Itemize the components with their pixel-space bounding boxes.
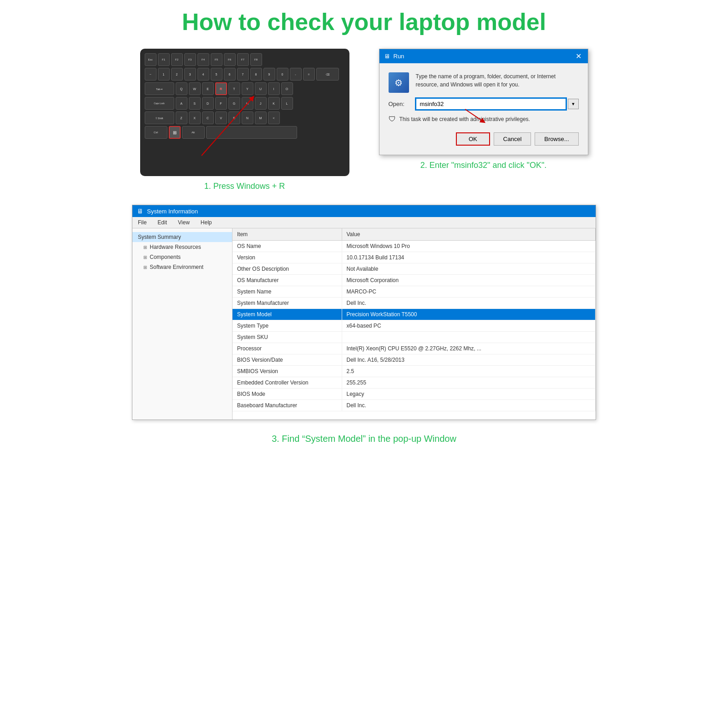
table-row: System SKU (233, 332, 596, 343)
table-row: System ManufacturerDell Inc. (233, 298, 596, 309)
sidebar-label-components: Components (150, 254, 181, 260)
menu-view[interactable]: View (176, 218, 192, 227)
cell-value: x64-based PC (342, 320, 596, 332)
cell-value: Dell Inc. (342, 298, 596, 309)
run-titlebar-left: 🖥 Run (384, 53, 404, 60)
run-input-wrap[interactable]: ▾ (416, 98, 579, 110)
table-row: Version10.0.17134 Build 17134 (233, 252, 596, 263)
run-close-button[interactable]: ✕ (574, 52, 583, 61)
sysinfo-window: 🖥 System Information File Edit View Help… (132, 205, 596, 420)
cell-value: Dell Inc. A16, 5/28/2013 (342, 354, 596, 366)
run-title-text: Run (394, 53, 404, 60)
table-row: Baseboard ManufacturerDell Inc. (233, 400, 596, 411)
run-title-icon: 🖥 (384, 53, 390, 60)
cell-item: Processor (233, 343, 342, 354)
sysinfo-sidebar: System Summary ⊞ Hardware Resources ⊞ Co… (132, 228, 233, 420)
cell-item: OS Manufacturer (233, 275, 342, 286)
cell-item: Version (233, 252, 342, 263)
keyboard-container: Esc F1 F2 F3 F4 F5 F6 F7 F8 ~ 1 2 3 4 (140, 49, 349, 176)
run-open-label: Open: (389, 101, 411, 107)
table-row: OS NameMicrosoft Windows 10 Pro (233, 241, 596, 252)
cell-value: Not Available (342, 263, 596, 275)
run-browse-button[interactable]: Browse... (535, 132, 578, 146)
cell-value: 10.0.17134 Build 17134 (342, 252, 596, 263)
table-row: Embedded Controller Version255.255 (233, 377, 596, 389)
run-ok-button[interactable]: OK (456, 132, 490, 146)
cell-item: BIOS Version/Date (233, 354, 342, 366)
sysinfo-table: Item Value OS NameMicrosoft Windows 10 P… (233, 228, 596, 411)
sidebar-item-hardware-resources[interactable]: ⊞ Hardware Resources (132, 242, 232, 252)
sidebar-label-software: Software Environment (150, 264, 203, 270)
cell-item: System Model (233, 309, 342, 320)
run-dropdown-button[interactable]: ▾ (568, 99, 579, 109)
cell-item: SMBIOS Version (233, 366, 342, 377)
menu-edit[interactable]: Edit (156, 218, 169, 227)
col-item: Item (233, 228, 342, 241)
step1-label: 1. Press Windows + R (204, 182, 285, 191)
table-row: System NameMARCO-PC (233, 286, 596, 298)
cell-value: 255.255 (342, 377, 596, 389)
cell-item: Embedded Controller Version (233, 377, 342, 389)
menu-help[interactable]: Help (199, 218, 214, 227)
run-titlebar: 🖥 Run ✕ (379, 49, 588, 63)
svg-line-3 (465, 109, 483, 121)
run-input-field[interactable] (416, 98, 566, 110)
cell-item: System SKU (233, 332, 342, 343)
run-top: ⚙ Type the name of a program, folder, do… (389, 72, 579, 93)
run-cancel-button[interactable]: Cancel (494, 132, 531, 146)
cell-value: Dell Inc. (342, 400, 596, 411)
cell-value: 2.5 (342, 366, 596, 377)
sidebar-label-system-summary: System Summary (138, 234, 181, 240)
keyboard-image: Esc F1 F2 F3 F4 F5 F6 F7 F8 ~ 1 2 3 4 (140, 49, 349, 176)
run-description: Type the name of a program, folder, docu… (416, 72, 579, 89)
table-row: BIOS ModeLegacy (233, 389, 596, 400)
run-buttons-row: OK Cancel Browse... (389, 132, 579, 146)
shield-icon: 🛡 (389, 115, 396, 123)
cell-value (342, 332, 596, 343)
sidebar-item-components[interactable]: ⊞ Components (132, 252, 232, 262)
sysinfo-icon: 🖥 (137, 207, 143, 215)
expand-icon-components: ⊞ (143, 255, 147, 260)
run-app-icon: ⚙ (389, 72, 409, 93)
cell-value: Precision WorkStation T5500 (342, 309, 596, 320)
cell-value: Intel(R) Xeon(R) CPU E5520 @ 2.27GHz, 22… (342, 343, 596, 354)
table-row: OS ManufacturerMicrosoft Corporation (233, 275, 596, 286)
cell-value: Legacy (342, 389, 596, 400)
keyboard-panel: Esc F1 F2 F3 F4 F5 F6 F7 F8 ~ 1 2 3 4 (132, 49, 357, 191)
sidebar-label-hardware: Hardware Resources (150, 244, 201, 250)
run-dialog: 🖥 Run ✕ ⚙ Type the name of a program, fo… (379, 49, 588, 155)
table-row: System ModelPrecision WorkStation T5500 (233, 309, 596, 320)
table-row: SMBIOS Version2.5 (233, 366, 596, 377)
step2-label: 2. Enter "msinfo32" and click "OK". (420, 161, 547, 170)
sysinfo-title: System Information (147, 208, 198, 215)
table-row: System Typex64-based PC (233, 320, 596, 332)
top-section: Esc F1 F2 F3 F4 F5 F6 F7 F8 ~ 1 2 3 4 (132, 49, 596, 191)
run-arrow-svg (463, 107, 490, 125)
sysinfo-menubar[interactable]: File Edit View Help (132, 217, 596, 228)
menu-file[interactable]: File (136, 218, 148, 227)
main-title: How to check your laptop model (132, 9, 596, 35)
cell-item: System Type (233, 320, 342, 332)
sidebar-item-system-summary[interactable]: System Summary (132, 232, 232, 242)
cell-value: Microsoft Corporation (342, 275, 596, 286)
cell-item: Baseboard Manufacturer (233, 400, 342, 411)
col-value: Value (342, 228, 596, 241)
step3-label: 3. Find “System Model” in the pop-up Win… (132, 434, 596, 444)
cell-value: Microsoft Windows 10 Pro (342, 241, 596, 252)
table-row: BIOS Version/DateDell Inc. A16, 5/28/201… (233, 354, 596, 366)
cell-item: OS Name (233, 241, 342, 252)
expand-icon-software: ⊞ (143, 265, 147, 270)
run-dialog-panel: 🖥 Run ✕ ⚙ Type the name of a program, fo… (371, 49, 596, 191)
run-body: ⚙ Type the name of a program, folder, do… (379, 63, 588, 155)
sysinfo-main-area: ➜ Item Value OS NameMicrosoft Windows 10… (233, 228, 596, 420)
table-row: Other OS DescriptionNot Available (233, 263, 596, 275)
cell-item: Other OS Description (233, 263, 342, 275)
cell-value: MARCO-PC (342, 286, 596, 298)
table-row: ProcessorIntel(R) Xeon(R) CPU E5520 @ 2.… (233, 343, 596, 354)
expand-icon-hardware: ⊞ (143, 245, 147, 250)
cell-item: BIOS Mode (233, 389, 342, 400)
sysinfo-titlebar: 🖥 System Information (132, 205, 596, 217)
sidebar-item-software-environment[interactable]: ⊞ Software Environment (132, 262, 232, 272)
sysinfo-content: System Summary ⊞ Hardware Resources ⊞ Co… (132, 228, 596, 420)
cell-item: System Manufacturer (233, 298, 342, 309)
